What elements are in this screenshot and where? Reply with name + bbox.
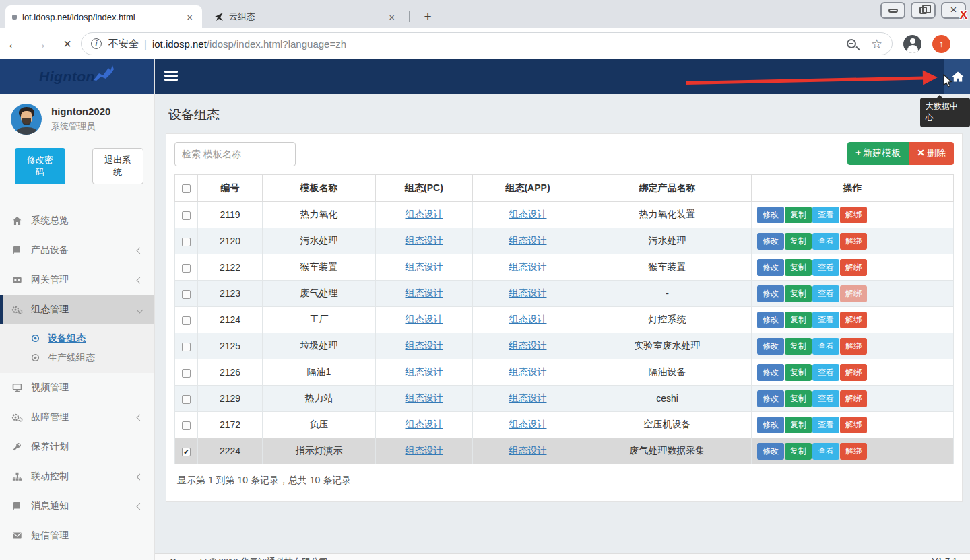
row-checkbox[interactable]: ✔: [182, 448, 191, 456]
row-checkbox[interactable]: [182, 369, 191, 378]
copy-button[interactable]: 复制: [785, 312, 812, 328]
tab-close-icon[interactable]: ×: [184, 11, 195, 23]
forward-button[interactable]: →: [27, 36, 54, 52]
sidebar-item-gateway[interactable]: 网关管理: [0, 265, 154, 295]
app-config-link[interactable]: 组态设计: [509, 287, 547, 298]
copy-button[interactable]: 复制: [785, 207, 812, 223]
view-button[interactable]: 查看: [812, 207, 839, 223]
sidebar-item-config[interactable]: 组态管理: [0, 295, 154, 324]
pc-config-link[interactable]: 组态设计: [406, 314, 443, 324]
unbind-button[interactable]: 解绑: [840, 233, 867, 250]
row-checkbox[interactable]: [182, 238, 191, 246]
search-input[interactable]: [174, 142, 296, 166]
close-button[interactable]: × X: [941, 2, 966, 19]
change-password-button[interactable]: 修改密码: [15, 148, 65, 184]
view-button[interactable]: 查看: [812, 285, 839, 302]
row-checkbox[interactable]: [182, 290, 191, 299]
modify-button[interactable]: 修改: [757, 390, 784, 407]
new-tab-button[interactable]: +: [419, 9, 437, 26]
sidebar-item-message[interactable]: 消息通知: [0, 491, 154, 521]
restore-button[interactable]: [911, 2, 936, 19]
browser-profile-avatar[interactable]: [903, 35, 922, 53]
sidebar-item-space[interactable]: 空间管理: [0, 551, 154, 560]
copy-button[interactable]: 复制: [785, 390, 812, 407]
sidebar-subitem-line-config[interactable]: 生产线组态: [0, 348, 154, 368]
minimize-button[interactable]: [880, 2, 905, 19]
pc-config-link[interactable]: 组态设计: [406, 235, 443, 246]
copy-button[interactable]: 复制: [785, 364, 812, 381]
pc-config-link[interactable]: 组态设计: [406, 366, 443, 377]
sidebar-item-product-device[interactable]: 产品设备: [0, 236, 154, 265]
stop-reload-button[interactable]: ×: [54, 36, 81, 52]
row-checkbox[interactable]: [182, 421, 191, 430]
view-button[interactable]: 查看: [812, 443, 839, 460]
modify-button[interactable]: 修改: [757, 285, 784, 302]
view-button[interactable]: 查看: [812, 417, 839, 433]
modify-button[interactable]: 修改: [757, 417, 784, 433]
modify-button[interactable]: 修改: [757, 364, 784, 381]
row-checkbox[interactable]: [182, 316, 191, 325]
copy-button[interactable]: 复制: [785, 285, 812, 302]
app-config-link[interactable]: 组态设计: [509, 340, 547, 351]
view-button[interactable]: 查看: [812, 364, 839, 381]
modify-button[interactable]: 修改: [757, 312, 784, 328]
pc-config-link[interactable]: 组态设计: [406, 209, 443, 219]
app-config-link[interactable]: 组态设计: [509, 261, 547, 272]
row-checkbox[interactable]: [182, 395, 191, 404]
row-checkbox[interactable]: [182, 264, 191, 273]
unbind-button[interactable]: 解绑: [840, 259, 867, 276]
address-bar[interactable]: i 不安全 | iot.idosp.net /idosp/index.html?…: [81, 32, 893, 55]
modify-button[interactable]: 修改: [757, 259, 784, 276]
app-config-link[interactable]: 组态设计: [509, 366, 547, 377]
select-all-checkbox[interactable]: [182, 184, 191, 193]
pc-config-link[interactable]: 组态设计: [406, 445, 443, 456]
unbind-button[interactable]: 解绑: [840, 338, 867, 355]
sidebar-item-maintenance[interactable]: 保养计划: [0, 432, 154, 462]
app-config-link[interactable]: 组态设计: [509, 445, 547, 456]
app-config-link[interactable]: 组态设计: [509, 209, 547, 219]
unbind-button[interactable]: 解绑: [840, 417, 867, 433]
extension-up-arrow-icon[interactable]: ↑: [932, 35, 950, 53]
browser-tab-1[interactable]: iot.idosp.net/idosp/index.html ×: [5, 5, 202, 28]
copy-button[interactable]: 复制: [785, 417, 812, 433]
modify-button[interactable]: 修改: [757, 338, 784, 355]
unbind-button[interactable]: 解绑: [840, 364, 867, 381]
browser-tab-2[interactable]: 云组态 ×: [207, 5, 404, 28]
sidebar-item-fault[interactable]: 故障管理: [0, 403, 154, 432]
view-button[interactable]: 查看: [812, 312, 839, 328]
pc-config-link[interactable]: 组态设计: [406, 392, 443, 403]
view-button[interactable]: 查看: [812, 233, 839, 250]
pc-config-link[interactable]: 组态设计: [406, 340, 443, 351]
view-button[interactable]: 查看: [812, 390, 839, 407]
pc-config-link[interactable]: 组态设计: [406, 287, 443, 298]
modify-button[interactable]: 修改: [757, 233, 784, 250]
app-config-link[interactable]: 组态设计: [509, 392, 547, 403]
sidebar-item-sms[interactable]: 短信管理: [0, 521, 154, 551]
page-info-icon[interactable]: i: [91, 38, 102, 49]
modify-button[interactable]: 修改: [757, 207, 784, 223]
logout-button[interactable]: 退出系统: [92, 148, 144, 184]
unbind-button[interactable]: 解绑: [840, 207, 867, 223]
hamburger-menu-icon[interactable]: [164, 71, 178, 83]
modify-button[interactable]: 修改: [757, 443, 784, 460]
copy-button[interactable]: 复制: [785, 338, 812, 355]
unbind-button[interactable]: 解绑: [840, 443, 867, 460]
unbind-button[interactable]: 解绑: [840, 312, 867, 328]
view-button[interactable]: 查看: [812, 259, 839, 276]
row-checkbox[interactable]: [182, 211, 191, 220]
app-config-link[interactable]: 组态设计: [509, 314, 547, 324]
pc-config-link[interactable]: 组态设计: [406, 261, 443, 272]
back-button[interactable]: ←: [0, 36, 27, 52]
copy-button[interactable]: 复制: [785, 259, 812, 276]
pc-config-link[interactable]: 组态设计: [406, 419, 443, 429]
sidebar-item-system-overview[interactable]: 系统总览: [0, 206, 154, 236]
app-config-link[interactable]: 组态设计: [509, 419, 547, 429]
sidebar-item-video[interactable]: 视频管理: [0, 373, 154, 403]
unbind-button[interactable]: 解绑: [840, 390, 867, 407]
zoom-out-icon[interactable]: [847, 39, 856, 48]
app-config-link[interactable]: 组态设计: [509, 235, 547, 246]
sidebar-item-linkage[interactable]: 联动控制: [0, 462, 154, 491]
delete-button[interactable]: ✕删除: [909, 142, 954, 165]
sidebar-subitem-device-config[interactable]: 设备组态: [0, 328, 154, 348]
row-checkbox[interactable]: [182, 343, 191, 351]
